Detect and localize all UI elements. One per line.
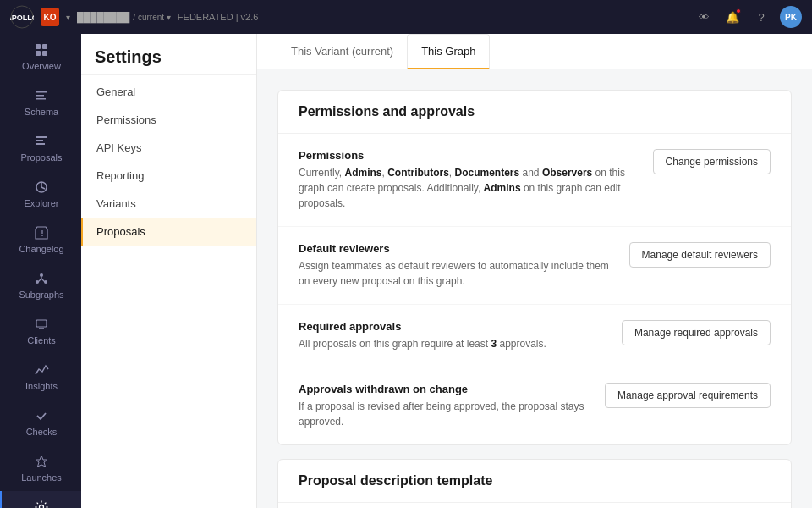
sub-nav-item-reporting[interactable]: Reporting [81, 162, 256, 190]
topbar-icons: 👁 🔔 ? PK [694, 6, 802, 28]
approvals-withdrawn-row-desc: If a proposal is revised after being app… [299, 399, 591, 429]
approvals-withdrawn-row: Approvals withdrawn on change If a propo… [278, 367, 791, 444]
sidebar-item-changelog[interactable]: Changelog [0, 217, 81, 262]
sidebar-item-schema-label: Schema [25, 107, 58, 117]
visibility-icon[interactable]: 👁 [694, 7, 714, 27]
sidebar-item-subgraphs-label: Subgraphs [19, 290, 63, 300]
content-area: Settings General Permissions API Keys Re… [81, 34, 812, 508]
apollo-icon: APOLLO [10, 5, 34, 29]
default-reviewers-row-title: Default reviewers [299, 242, 616, 255]
topbar: APOLLO KO ▾ ████████ / current ▾ FEDERAT… [0, 0, 812, 34]
sidebar-item-explorer-label: Explorer [25, 198, 59, 208]
topbar-chevron-icon[interactable]: ▾ [66, 13, 70, 22]
description-template-section-header: Proposal description template [278, 460, 791, 503]
permissions-row-content: Permissions Currently, Admins, Contribut… [299, 149, 639, 211]
notification-icon[interactable]: 🔔 [722, 7, 743, 27]
sidebar-item-checks-label: Checks [26, 427, 58, 437]
required-approvals-row-title: Required approvals [299, 320, 608, 333]
sub-nav-item-api-keys[interactable]: API Keys [81, 134, 256, 162]
sidebar-item-settings[interactable]: Settings [0, 491, 81, 508]
required-approvals-row: Required approvals All proposals on this… [278, 305, 791, 367]
permissions-row: Permissions Currently, Admins, Contribut… [278, 134, 791, 227]
svg-rect-5 [42, 51, 47, 56]
required-approvals-row-action: Manage required approvals [622, 320, 771, 345]
topbar-org-avatar[interactable]: KO [41, 8, 59, 26]
manage-default-reviewers-button[interactable]: Manage default reviewers [629, 242, 771, 268]
svg-point-11 [40, 505, 44, 509]
sub-nav-item-variants[interactable]: Variants [81, 190, 256, 218]
tabs-bar: This Variant (current) This Graph [257, 34, 812, 69]
required-approvals-row-desc: All proposals on this graph require at l… [299, 336, 608, 351]
default-reviewers-row: Default reviewers Assign teammates as de… [278, 227, 791, 305]
topbar-graph-name: ████████ / current ▾ [77, 12, 171, 22]
description-template-row: Description template Create or edit a te… [278, 503, 791, 508]
sidebar-item-overview-label: Overview [22, 61, 61, 71]
sidebar-item-schema[interactable]: Schema [0, 80, 81, 125]
sidebar-item-launches[interactable]: Launches [0, 445, 81, 491]
help-icon[interactable]: ? [751, 7, 771, 27]
svg-rect-4 [36, 51, 41, 56]
approvals-withdrawn-row-content: Approvals withdrawn on change If a propo… [299, 383, 591, 429]
settings-content: Permissions and approvals Permissions Cu… [257, 69, 812, 508]
sidebar-item-changelog-label: Changelog [19, 244, 63, 254]
sub-nav-item-proposals[interactable]: Proposals [81, 218, 256, 246]
tab-this-graph[interactable]: This Graph [407, 34, 490, 69]
apollo-logo: APOLLO [10, 5, 34, 29]
sidebar-item-clients-label: Clients [27, 335, 56, 345]
manage-approval-requirements-button[interactable]: Manage approval requirements [605, 383, 771, 408]
main-panel: This Variant (current) This Graph Permis… [257, 34, 812, 508]
sidebar-item-insights[interactable]: Insights [0, 354, 81, 400]
sub-nav-item-permissions[interactable]: Permissions [81, 106, 256, 134]
svg-point-7 [40, 273, 43, 277]
manage-required-approvals-button[interactable]: Manage required approvals [622, 320, 771, 345]
sidebar-item-checks[interactable]: Checks [0, 400, 81, 445]
permissions-row-action: Change permissions [653, 149, 771, 174]
sidebar-item-proposals-label: Proposals [21, 152, 63, 163]
svg-text:APOLLO: APOLLO [10, 14, 34, 22]
permissions-row-desc: Currently, Admins, Contributors, Documen… [299, 165, 639, 211]
sidebar-item-explorer[interactable]: Explorer [0, 171, 81, 217]
sidebar-item-insights-label: Insights [25, 381, 58, 391]
tab-this-variant[interactable]: This Variant (current) [277, 35, 407, 69]
main-layout: Overview Schema Proposals Explorer Chang… [0, 34, 812, 508]
description-template-section-card: Proposal description template Descriptio… [277, 459, 792, 508]
change-permissions-button[interactable]: Change permissions [653, 149, 771, 174]
permissions-section-header: Permissions and approvals [278, 91, 791, 134]
approvals-withdrawn-row-title: Approvals withdrawn on change [299, 383, 591, 395]
svg-rect-10 [36, 320, 47, 327]
svg-rect-2 [36, 44, 41, 49]
sub-nav-item-general[interactable]: General [81, 78, 256, 106]
sidebar-item-overview[interactable]: Overview [0, 34, 81, 80]
required-approvals-row-content: Required approvals All proposals on this… [299, 320, 608, 351]
sidebar: Overview Schema Proposals Explorer Chang… [0, 34, 81, 508]
sub-nav: Settings General Permissions API Keys Re… [81, 34, 257, 508]
default-reviewers-row-action: Manage default reviewers [629, 242, 771, 268]
default-reviewers-row-content: Default reviewers Assign teammates as de… [299, 242, 616, 289]
topbar-federated-label: FEDERATED | v2.6 [178, 12, 259, 22]
permissions-section-card: Permissions and approvals Permissions Cu… [277, 90, 792, 445]
sidebar-item-clients[interactable]: Clients [0, 308, 81, 354]
graph-chevron-icon[interactable]: / current ▾ [133, 13, 170, 22]
svg-rect-3 [42, 44, 47, 49]
permissions-row-title: Permissions [299, 149, 639, 162]
user-avatar[interactable]: PK [780, 6, 802, 28]
sidebar-item-proposals[interactable]: Proposals [0, 125, 81, 171]
sub-nav-title: Settings [81, 34, 256, 75]
notification-badge [736, 8, 741, 14]
sidebar-item-launches-label: Launches [21, 472, 62, 483]
sidebar-item-subgraphs[interactable]: Subgraphs [0, 262, 81, 308]
approvals-withdrawn-row-action: Manage approval requirements [605, 383, 771, 408]
default-reviewers-row-desc: Assign teammates as default reviewers to… [299, 258, 616, 289]
